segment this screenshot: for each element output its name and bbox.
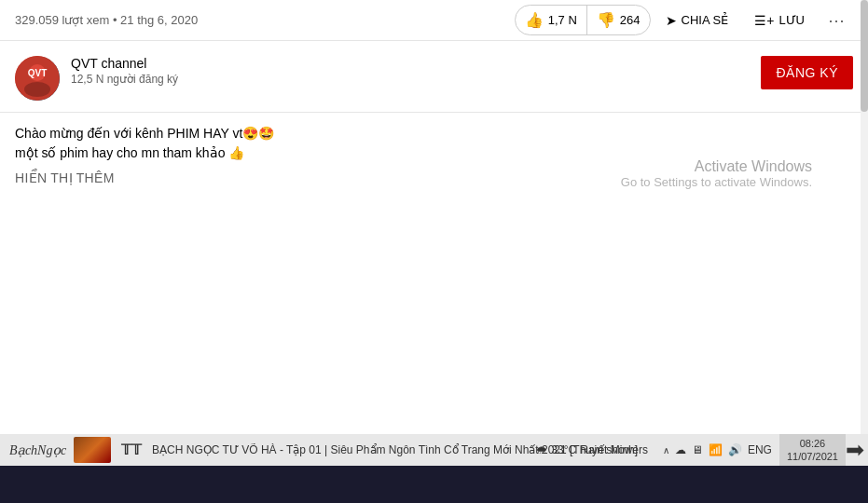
clock-date: 11/07/2021 <box>787 450 838 463</box>
subscriber-count: 12,5 N người đăng ký <box>71 73 761 86</box>
thumbs-down-icon: 👎 <box>597 11 615 29</box>
video-title-bar: BạchNgọc 𝕋𝕋 BẠCH NGỌC TƯ VÕ HÀ - Tập 01 … <box>0 434 868 466</box>
separator: • <box>113 13 120 27</box>
tt-icon: 𝕋𝕋 <box>118 437 145 463</box>
dislike-count: 264 <box>620 13 641 27</box>
save-label: LƯU <box>778 13 805 27</box>
like-button[interactable]: 👍 1,7 N <box>516 6 587 34</box>
dislike-button[interactable]: 👎 264 <box>587 6 650 34</box>
share-button[interactable]: ➤ CHIA SẺ <box>654 7 740 34</box>
clock-time: 08:26 <box>800 437 826 450</box>
scrollbar-thumb[interactable] <box>861 0 868 112</box>
video-thumbnail-1 <box>74 437 111 463</box>
like-count: 1,7 N <box>548 13 577 27</box>
description-text: Chào mừng đến với kênh PHIM HAY vt😍🤩 một… <box>15 124 853 163</box>
avatar[interactable]: QVT <box>15 56 60 101</box>
more-options-button[interactable]: ⋯ <box>820 4 853 37</box>
like-dislike-group: 👍 1,7 N 👎 264 <box>515 5 651 35</box>
avatar-image: QVT <box>15 56 60 101</box>
share-icon: ➤ <box>666 13 677 28</box>
language-indicator[interactable]: ENG <box>748 443 772 456</box>
view-count: 329.059 lượt xem • 21 thg 6, 2020 <box>15 13 515 27</box>
display-icon: 🖥 <box>692 443 703 456</box>
share-label: CHIA SẺ <box>682 13 729 27</box>
taskbar <box>0 466 868 503</box>
volume-icon[interactable]: 🔊 <box>728 443 742 456</box>
network-icon: ☁ <box>675 443 686 456</box>
system-tray-right: 🌧 33°C Rain showers ∧ ☁ 🖥 📶 🔊 ENG 08:26 … <box>529 434 868 466</box>
scrollbar[interactable] <box>861 0 868 503</box>
channel-logo-text: BạchNgọc <box>9 442 66 458</box>
wifi-icon: 📶 <box>709 443 723 456</box>
svg-text:QVT: QVT <box>28 68 48 78</box>
channel-info: QVT channel 12,5 N người đăng ký <box>71 56 761 86</box>
channel-name[interactable]: QVT channel <box>71 56 761 71</box>
description-line2: một số phim hay cho mn tham khảo 👍 <box>15 143 853 163</box>
svg-point-2 <box>24 82 50 97</box>
thumbs-up-icon: 👍 <box>525 11 544 29</box>
description-section: Chào mừng đến với kênh PHIM HAY vt😍🤩 một… <box>0 113 868 197</box>
weather-icon: 🌧 <box>536 443 547 456</box>
channel-section: QVT QVT channel 12,5 N người đăng ký ĐĂN… <box>0 41 868 113</box>
temperature: 33°C <box>551 443 576 456</box>
save-icon: ☰+ <box>754 13 774 28</box>
show-more-button[interactable]: HIỂN THỊ THÊM <box>15 170 115 185</box>
weather-condition: Rain showers <box>580 443 648 456</box>
stats-bar: 329.059 lượt xem • 21 thg 6, 2020 👍 1,7 … <box>0 0 868 41</box>
right-arrow-icon: ➡ <box>846 437 864 463</box>
description-line1: Chào mừng đến với kênh PHIM HAY vt😍🤩 <box>15 124 853 143</box>
more-dots-icon: ⋯ <box>828 10 845 31</box>
weather-widget: 🌧 33°C Rain showers <box>529 443 655 456</box>
chevron-up-icon[interactable]: ∧ <box>663 445 669 455</box>
thumb-image-1 <box>74 437 111 463</box>
action-buttons: 👍 1,7 N 👎 264 ➤ CHIA SẺ ☰+ LƯU ⋯ <box>515 4 853 37</box>
upload-date: 21 thg 6, 2020 <box>120 13 198 27</box>
views-text: 329.059 lượt xem <box>15 13 109 27</box>
tray-icons: ∧ ☁ 🖥 📶 🔊 ENG <box>655 443 779 456</box>
system-clock: 08:26 11/07/2021 <box>779 434 846 466</box>
subscribe-button[interactable]: ĐĂNG KÝ <box>761 56 853 89</box>
save-button[interactable]: ☰+ LƯU <box>743 7 816 34</box>
